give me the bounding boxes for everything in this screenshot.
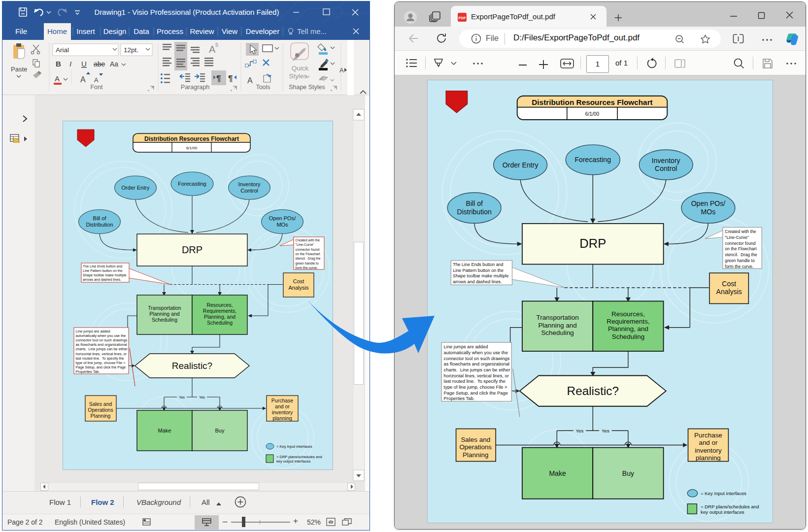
svg-text:Font: Font <box>90 84 103 91</box>
svg-text:Aa: Aa <box>110 60 118 68</box>
svg-text:U: U <box>81 60 87 68</box>
svg-text:Tell me...: Tell me... <box>297 27 327 35</box>
svg-text:Tools: Tools <box>256 84 270 91</box>
svg-text:I: I <box>69 60 71 68</box>
svg-text:B: B <box>56 60 61 68</box>
svg-text:Insert: Insert <box>76 27 95 35</box>
svg-text:View: View <box>222 27 237 35</box>
svg-text:File: File <box>15 27 27 35</box>
svg-text:A: A <box>209 44 216 55</box>
svg-text:12pt.: 12pt. <box>124 46 138 54</box>
svg-text:PDF: PDF <box>459 16 466 20</box>
svg-text:Styles: Styles <box>289 72 307 80</box>
svg-text:Quick: Quick <box>292 65 309 72</box>
svg-text:abe: abe <box>94 60 105 68</box>
svg-text:Developer: Developer <box>246 27 279 35</box>
svg-text:Drawing1 - Visio Professional: Drawing1 - Visio Professional (Product A… <box>95 8 279 16</box>
svg-text:A: A <box>80 75 86 84</box>
svg-text:Review: Review <box>190 27 214 35</box>
svg-text:Arial: Arial <box>56 46 69 54</box>
svg-text:Home: Home <box>47 27 67 35</box>
svg-text:A: A <box>55 74 60 83</box>
svg-text:A: A <box>247 76 253 85</box>
svg-text:5: 5 <box>215 42 218 48</box>
svg-text:Data: Data <box>134 27 149 35</box>
svg-text:Process: Process <box>157 27 183 35</box>
svg-text:¶: ¶ <box>216 74 221 83</box>
svg-text:Design: Design <box>103 27 127 35</box>
svg-text:A: A <box>339 66 344 74</box>
svg-text:Paragraph: Paragraph <box>181 84 209 91</box>
svg-text:Shape Styles: Shape Styles <box>289 84 325 91</box>
svg-text:¶: ¶ <box>228 74 233 83</box>
svg-text:Paste: Paste <box>11 66 27 73</box>
svg-text:A: A <box>94 76 99 84</box>
